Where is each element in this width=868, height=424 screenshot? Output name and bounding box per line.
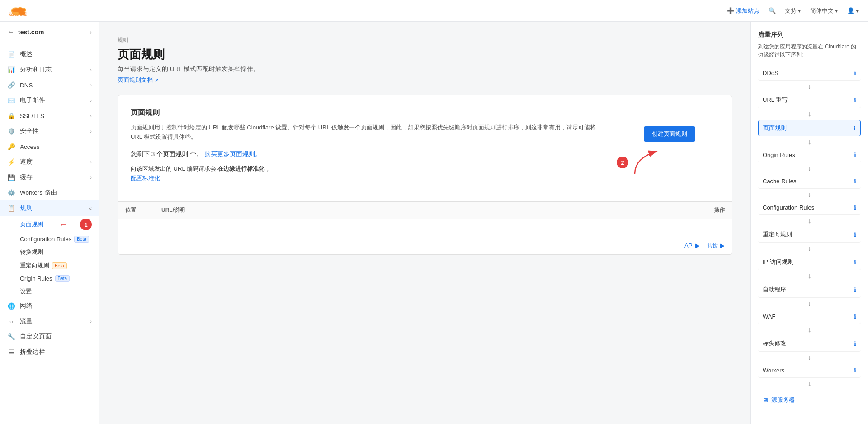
flow-divider: ↓ — [758, 81, 861, 92]
dns-icon: 🔗 — [7, 81, 15, 89]
breadcrumb: 规则 — [118, 36, 732, 44]
sidebar-item-access[interactable]: 🔑 Access — [0, 139, 99, 154]
chevron-down-icon: ∨ — [87, 206, 93, 210]
sidebar-item-custom-pages[interactable]: 🔧 自定义页面 — [0, 329, 99, 344]
topnav: CLOUDFLARE ➕ 添加站点 🔍 支持 ▾ 简体中文 ▾ 👤 ▾ — [0, 0, 868, 22]
info-card-desc: 页面规则用于控制针对给定的 URL 触发哪些 Cloudflare 设置。针对每… — [131, 123, 605, 142]
lock-icon: 🔒 — [7, 112, 15, 120]
chevron-right-icon: › — [90, 67, 92, 72]
info-icon[interactable]: ℹ — [854, 178, 856, 185]
sidebar-item-analytics[interactable]: 📊 分析和日志 › — [0, 62, 99, 77]
right-panel: 流量序列 到达您的应用程序的流量在 Cloudflare 的边缘经过以下序列: … — [750, 22, 868, 424]
flow-item-cache-rules[interactable]: Cache Rules ℹ — [758, 174, 861, 189]
info-card-body: 页面规则 页面规则用于控制针对给定的 URL 触发哪些 Cloudflare 设… — [118, 95, 732, 201]
info-icon[interactable]: ℹ — [854, 367, 856, 374]
flow-divider: ↓ — [758, 136, 861, 148]
remaining-text: 您剩下 3 个页面规则 个。 购买更多页面规则。 — [131, 149, 605, 159]
api-link[interactable]: API ▶ — [684, 242, 700, 250]
col-position: 位置 — [125, 206, 161, 214]
flow-item-url-rewrite[interactable]: URL 重写 ℹ — [758, 92, 861, 108]
sidebar-item-settings[interactable]: 设置 — [20, 285, 99, 298]
arrow-annotation-1: ← — [59, 220, 67, 229]
sidebar-item-page-rules[interactable]: 页面规则 ← 1 — [20, 216, 99, 233]
user-menu[interactable]: 👤 ▾ — [847, 7, 859, 14]
table-footer: API ▶ 帮助 ▶ — [118, 237, 732, 254]
sidebar-item-email[interactable]: ✉️ 电子邮件 › — [0, 93, 99, 108]
info-card-left: 页面规则 页面规则用于控制针对给定的 URL 触发哪些 Cloudflare 设… — [131, 108, 605, 189]
flow-item-bot[interactable]: 自动程序 ℹ — [758, 282, 861, 298]
flow-divider-bottom: ↓ — [758, 378, 861, 390]
sidebar-item-ssl[interactable]: 🔒 SSL/TLS › — [0, 108, 99, 124]
create-page-rule-button[interactable]: 创建页面规则 — [644, 126, 695, 142]
sidebar: ← test.com › 📄 概述 📊 分析和日志 › 🔗 DNS › — [0, 22, 99, 424]
language-menu[interactable]: 简体中文 ▾ — [810, 7, 838, 15]
flow-divider: ↓ — [758, 215, 861, 227]
arrow-right-icon: ▶ — [720, 242, 725, 249]
sidebar-item-overview[interactable]: 📄 概述 — [0, 47, 99, 62]
sidebar-item-config-rules[interactable]: Configuration Rules Beta — [20, 233, 99, 245]
page-rules-doc-link[interactable]: 页面规则文档 ↗ — [118, 76, 159, 84]
annotation-2-arrow — [630, 149, 666, 176]
sidebar-item-speed[interactable]: ⚡ 速度 › — [0, 154, 99, 170]
info-icon[interactable]: ℹ — [854, 313, 856, 320]
flow-item-origin-rules[interactable]: Origin Rules ℹ — [758, 148, 861, 162]
sidebar-item-dns[interactable]: 🔗 DNS › — [0, 77, 99, 93]
layout: ← test.com › 📄 概述 📊 分析和日志 › 🔗 DNS › — [0, 22, 868, 424]
accordion-icon: ☰ — [7, 348, 15, 356]
topnav-actions: ➕ 添加站点 🔍 支持 ▾ 简体中文 ▾ 👤 ▾ — [727, 7, 859, 15]
annotation-2-badge: 2 — [617, 157, 628, 168]
info-icon[interactable]: ℹ — [854, 125, 856, 132]
info-icon[interactable]: ℹ — [854, 231, 856, 238]
flow-item-page-rules[interactable]: 页面规则 ℹ — [758, 120, 861, 136]
col-ops: 操作 — [670, 206, 725, 214]
origin-server-link[interactable]: 🖥 源服务器 — [758, 393, 861, 407]
info-icon[interactable]: ℹ — [854, 152, 856, 158]
chart-icon: 📊 — [7, 66, 15, 74]
page-desc: 每当请求与定义的 URL 模式匹配时触发某些操作。 — [118, 65, 732, 73]
flow-divider: ↓ — [758, 243, 861, 254]
flow-divider: ↓ — [758, 298, 861, 310]
sidebar-item-security[interactable]: 🛡️ 安全性 › — [0, 124, 99, 139]
flow-item-header-mod[interactable]: 标头修改 ℹ — [758, 336, 861, 352]
sidebar-item-accordion[interactable]: ☰ 折叠边栏 — [0, 344, 99, 360]
help-link[interactable]: 帮助 ▶ — [707, 242, 725, 250]
create-btn-area: 创建页面规则 2 — [644, 126, 695, 142]
sidebar-item-cache[interactable]: 💾 缓存 › — [0, 170, 99, 185]
shield-icon: 🛡️ — [7, 127, 15, 135]
sidebar-item-transform-rules[interactable]: 转换规则 — [20, 245, 99, 259]
sidebar-nav: 📄 概述 📊 分析和日志 › 🔗 DNS › ✉️ 电子邮件 › — [0, 43, 99, 363]
cloudflare-logo: CLOUDFLARE — [9, 5, 27, 17]
flow-item-waf[interactable]: WAF ℹ — [758, 310, 861, 324]
sidebar-item-network[interactable]: 🌐 网络 — [0, 298, 99, 314]
info-icon[interactable]: ℹ — [854, 340, 856, 347]
support-menu[interactable]: 支持 ▾ — [785, 7, 801, 15]
info-icon[interactable]: ℹ — [854, 70, 856, 76]
sidebar-item-origin-rules[interactable]: Origin Rules Beta — [20, 272, 99, 285]
info-card-right: 创建页面规则 2 — [620, 108, 719, 189]
info-icon[interactable]: ℹ — [854, 204, 856, 211]
flow-item-config-rules[interactable]: Configuration Rules ℹ — [758, 200, 861, 215]
arrow-right-icon: ▶ — [695, 242, 700, 249]
add-site-button[interactable]: ➕ 添加站点 — [727, 7, 760, 15]
flow-divider: ↓ — [758, 324, 861, 336]
flow-item-ddos[interactable]: DDoS ℹ — [758, 66, 861, 81]
sidebar-item-workers-routes[interactable]: ⚙️ Workers 路由 — [0, 185, 99, 200]
flow-item-workers[interactable]: Workers ℹ — [758, 363, 861, 378]
info-icon[interactable]: ℹ — [854, 259, 856, 266]
sidebar-item-redirect-rules[interactable]: 重定向规则 Beta — [20, 259, 99, 272]
sidebar-item-rules[interactable]: 📋 规则 ∨ — [0, 200, 99, 216]
buy-more-link[interactable]: 购买更多页面规则。 — [204, 151, 261, 157]
info-icon[interactable]: ℹ — [854, 286, 856, 293]
email-icon: ✉️ — [7, 96, 15, 105]
chevron-right-icon: › — [90, 129, 92, 134]
chevron-right-icon: › — [90, 175, 92, 180]
info-icon[interactable]: ℹ — [854, 97, 856, 104]
back-arrow-icon: ← — [7, 28, 14, 36]
search-icon[interactable]: 🔍 — [769, 7, 776, 14]
col-url: URL/说明 — [161, 206, 670, 214]
config-normalize-link[interactable]: 配置标准化 — [131, 175, 160, 181]
sidebar-item-traffic[interactable]: ↔️ 流量 › — [0, 314, 99, 329]
flow-item-redirect-rules[interactable]: 重定向规则 ℹ — [758, 227, 861, 243]
flow-item-ip-rules[interactable]: IP 访问规则 ℹ — [758, 254, 861, 270]
sidebar-site[interactable]: ← test.com › — [0, 22, 99, 43]
